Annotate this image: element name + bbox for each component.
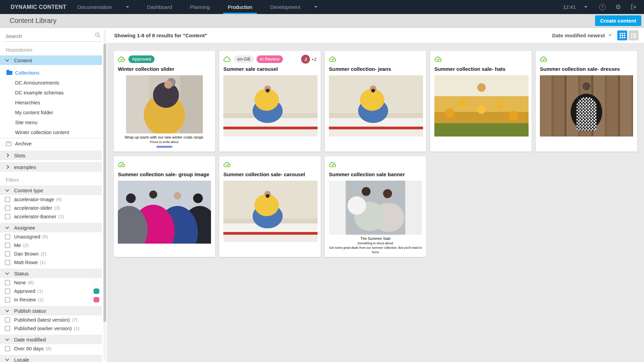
nav-item-dashboard[interactable]: Dashboard	[138, 0, 181, 14]
filter-option-accelerator-slider[interactable]: accelerator-slider(3)	[0, 204, 102, 212]
content-card-summer-collection-sale-dresses[interactable]: Summer collection sale- dresses	[536, 51, 637, 152]
sidebar-folder-collections[interactable]: Collections	[0, 68, 102, 78]
filter-option-count: (1)	[40, 260, 46, 265]
filter-option-published-latest-version[interactable]: Published (latest version)(7)	[0, 315, 102, 324]
status-color-chip	[94, 288, 99, 294]
content-card-summer-collection-sale-banner[interactable]: Summer collection sale bannerThe Summer …	[325, 156, 426, 257]
filter-option-label: Unassigned	[14, 234, 40, 240]
page-title: Content Library	[10, 17, 57, 25]
filter-option-accelerator-image[interactable]: accelerator-Image(4)	[0, 195, 102, 204]
filter-header-content-type[interactable]: Content type	[0, 185, 102, 195]
filter-option-label: Matt Rowe	[14, 260, 38, 265]
filter-option-accelerator-banner[interactable]: accelerator-Banner(1)	[0, 212, 102, 221]
filter-header-status[interactable]: Status	[0, 269, 102, 278]
card-thumbnail	[434, 75, 529, 137]
chevron-down-icon	[126, 6, 129, 8]
content-card-summer-collection-sale-group-image[interactable]: Summer collection sale- group image	[114, 156, 215, 257]
caption-link-placeholder	[157, 146, 172, 148]
filter-option-count: (2)	[23, 243, 29, 248]
folder-label: Winter collection content	[15, 130, 69, 135]
thumbnail-image	[540, 75, 633, 137]
archive-item[interactable]: Archive	[0, 139, 102, 148]
filter-option-over-60-days[interactable]: Over 60 days(8)	[0, 344, 102, 353]
filter-option-matt-rowe[interactable]: Matt Rowe(1)	[0, 258, 102, 267]
filter-section-title: Publish status	[14, 308, 46, 314]
active-tab-underline	[223, 13, 257, 14]
settings-gear-icon[interactable]: ⚙	[615, 4, 621, 10]
sidebar-folder-dc-example-schemas[interactable]: DC example schemas	[0, 88, 102, 98]
assignee-avatar: J	[301, 55, 310, 64]
content-card-summer-collection-jeans[interactable]: Summer collection- jeans	[325, 51, 426, 152]
checkbox[interactable]	[5, 288, 10, 294]
filter-option-unassigned[interactable]: Unassigned(5)	[0, 232, 102, 241]
filter-option-published-earlier-version[interactable]: Published (earlier version)(1)	[0, 324, 102, 333]
repo-content-label: Content	[14, 57, 32, 63]
card-title: Summer collection sale- hats	[434, 66, 528, 72]
filter-header-locale[interactable]: Locale	[0, 355, 102, 362]
content-card-summer-sale-carousel[interactable]: en-GBIn ReviewJ+2Summer sale carousel	[219, 51, 321, 152]
sidebar-scrollbar-thumb[interactable]	[103, 44, 106, 322]
filter-header-publish-status[interactable]: Publish status	[0, 306, 102, 315]
filter-option-approved[interactable]: Approved(1)	[0, 287, 102, 295]
filter-option-count: (3)	[54, 205, 60, 210]
nav-item-planning[interactable]: Planning	[181, 0, 219, 14]
logout-icon[interactable]	[631, 4, 637, 10]
filter-option-label: accelerator-slider	[14, 205, 52, 211]
checkbox[interactable]	[5, 243, 10, 248]
checkbox[interactable]	[5, 297, 10, 302]
repo-slots[interactable]: Slots	[0, 151, 102, 160]
create-content-button[interactable]: Create content	[595, 15, 641, 26]
filter-option-count: (5)	[42, 234, 48, 239]
filter-option-none[interactable]: None(6)	[0, 278, 102, 287]
checkbox[interactable]	[5, 346, 10, 351]
folder-list: CollectionsDC AnnouncementsDC example sc…	[0, 68, 102, 137]
filter-option-dan-brown[interactable]: Dan Brown(2)	[0, 249, 102, 258]
sidebar-scroll-area: Repositories Content CollectionsDC Annou…	[0, 42, 102, 362]
archive-box-icon	[6, 142, 11, 146]
filter-option-label: In Review	[14, 297, 36, 302]
sort-dropdown[interactable]: Date modified newest	[552, 33, 612, 38]
checkbox[interactable]	[5, 251, 10, 257]
filter-header-date-modified[interactable]: Date modified	[0, 335, 102, 344]
nav-item-documentation[interactable]: Documentation	[69, 0, 138, 14]
help-icon[interactable]: ?	[599, 4, 606, 10]
filter-option-in-review[interactable]: In Review(1)	[0, 295, 102, 304]
nav-item-production[interactable]: Production	[219, 0, 261, 14]
repo-examples[interactable]: examples	[0, 162, 102, 172]
main-content: Showing 1-8 of 8 results for "Content" D…	[107, 28, 644, 362]
published-cloud-icon	[223, 56, 231, 62]
sidebar-folder-my-content-folder[interactable]: My content folder	[0, 107, 102, 117]
filter-header-assignee[interactable]: Assignee	[0, 223, 102, 232]
card-badge-row: Approved	[118, 55, 211, 63]
published-cloud-icon	[118, 161, 126, 168]
sidebar-folder-dc-announcements[interactable]: DC Announcements	[0, 78, 102, 88]
chevron-down-icon[interactable]	[584, 6, 587, 8]
checkbox[interactable]	[5, 197, 10, 202]
nav-item-development[interactable]: Development	[261, 0, 326, 14]
content-card-summer-collection-sale-hats[interactable]: Summer collection sale- hats	[430, 51, 532, 152]
checkbox[interactable]	[5, 214, 10, 219]
page-header: Content Library Create content	[0, 14, 644, 28]
content-card-winter-collection-slider[interactable]: ApprovedWinter collection sliderWrap up …	[114, 51, 215, 152]
card-title: Winter collection slider	[118, 66, 211, 72]
checkbox[interactable]	[5, 326, 10, 331]
sidebar-scrollbar-track[interactable]	[103, 29, 106, 361]
checkbox[interactable]	[5, 205, 10, 211]
sidebar-folder-hierarchies[interactable]: Hierarchies	[0, 98, 102, 107]
folder-label: Site menu	[15, 120, 37, 125]
checkbox[interactable]	[5, 317, 10, 323]
checkbox[interactable]	[5, 234, 10, 240]
repo-content[interactable]: Content	[0, 55, 102, 65]
sidebar-folder-site-menu[interactable]: Site menu	[0, 117, 102, 127]
checkbox[interactable]	[5, 280, 10, 285]
status-color-chip	[94, 297, 99, 302]
list-view-button[interactable]	[629, 30, 639, 40]
checkbox[interactable]	[5, 260, 10, 265]
grid-view-button[interactable]	[617, 30, 627, 40]
filter-option-me[interactable]: Me(2)	[0, 241, 102, 249]
sidebar-folder-winter-collection-content[interactable]: Winter collection content	[0, 127, 102, 137]
brand[interactable]: DYNAMIC CONTENT	[0, 0, 65, 14]
search-input[interactable]	[5, 28, 101, 41]
filter-option-label: None	[14, 280, 26, 285]
content-card-summer-collection-sale-carousel[interactable]: Summer collection sale- carousel	[219, 156, 321, 257]
